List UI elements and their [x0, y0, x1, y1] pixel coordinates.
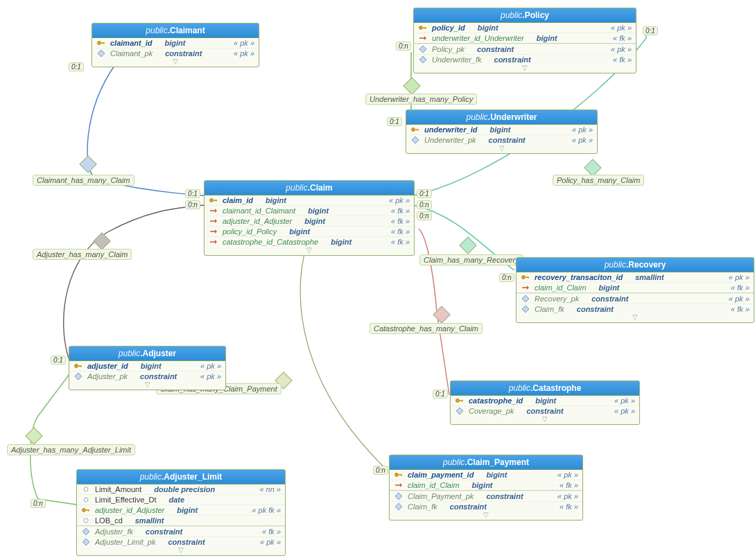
schema-label: public [286, 183, 307, 193]
svg-point-18 [456, 399, 460, 403]
column-attr: « pk » [609, 396, 635, 405]
column-name: Limit_Amount [95, 485, 141, 493]
entity-underwriter[interactable]: public.Underwriterunderwriter_idbigint« … [406, 110, 598, 154]
column-attr: « pk » [383, 196, 410, 204]
entity-claimant[interactable]: public.Claimantclaimant_idbigint« pk »Cl… [92, 23, 259, 67]
column-row[interactable]: recovery_transaciton_idsmallint« pk » [517, 272, 754, 282]
column-row[interactable]: Underwriter_pkconstraint« pk » [406, 134, 597, 145]
column-row[interactable]: adjuster_idbigint« pk » [69, 361, 225, 371]
cardinality: 0:1 [387, 117, 402, 126]
column-type: constraint [486, 55, 604, 64]
column-attr: « pk » [552, 492, 578, 500]
column-row[interactable]: Adjuster_Limit_pkconstraint« pk » [77, 536, 285, 547]
column-row[interactable]: Claim_Payment_pkconstraint« pk » [390, 491, 582, 501]
column-row[interactable]: claim_id_Claimbigint« fk » [390, 480, 582, 490]
entity-name: Catastrophe [532, 383, 581, 393]
column-row[interactable]: Adjuster_fkconstraint« fk » [77, 526, 285, 536]
column-row[interactable]: policy_idbigint« pk » [414, 23, 636, 33]
key-icon [410, 126, 420, 133]
schema-label: public [605, 260, 626, 270]
entity-claim[interactable]: public.Claimclaim_idbigint« pk »claimant… [204, 180, 415, 256]
svg-point-3 [419, 26, 423, 30]
column-type: bigint [478, 471, 548, 479]
cardinality: 0:n [417, 211, 432, 220]
entity-title: public.Adjuster [69, 347, 225, 361]
rel-diamond [403, 77, 420, 94]
svg-point-0 [98, 42, 101, 45]
column-attr: « pk » [605, 45, 632, 53]
fk-icon [521, 284, 530, 291]
entity-adjuster_limit[interactable]: public.Adjuster_LimitLimit_Amountdouble … [76, 469, 286, 556]
rel-label: Catastrophe_has_many_Claim [370, 323, 483, 334]
entity-name: Claim_Payment [467, 457, 529, 467]
entity-title: public.Claim_Payment [390, 455, 582, 470]
column-row[interactable]: adjuster_id_Adjusterbigint« pk fk » [77, 505, 285, 515]
entity-title: public.Catastrophe [451, 381, 639, 396]
schema-label: public [119, 349, 140, 358]
entity-title: public.Claim [205, 181, 414, 195]
chip-icon [455, 408, 465, 414]
entity-policy[interactable]: public.Policypolicy_idbigint« pk »underw… [413, 8, 636, 73]
column-name: Claim_fk [408, 502, 437, 511]
column-row[interactable]: LOB_cdsmallint [77, 515, 285, 525]
rel-diamond [25, 427, 42, 444]
column-attr: « fk » [385, 207, 410, 215]
column-attr: « fk » [607, 55, 632, 64]
resize-handle-icon: ▽ [205, 247, 414, 255]
column-row[interactable]: Claimant_pkconstraint« pk » [92, 48, 259, 58]
column-row[interactable]: Claim_fkconstraint« fk » [390, 501, 582, 511]
cardinality: 0:n [417, 200, 432, 209]
column-attr: « pk » [723, 273, 749, 281]
column-attr: « fk » [385, 227, 410, 236]
entity-title: public.Recovery [517, 258, 754, 272]
column-row[interactable]: underwriter_id_Underwriterbigint« fk » [414, 33, 636, 43]
rel-label: Policy_has_many_Claim [553, 175, 644, 186]
svg-rect-5 [425, 27, 426, 29]
column-row[interactable]: Claim_fkconstraint« fk » [517, 304, 754, 314]
resize-handle-icon: ▽ [414, 64, 636, 73]
column-row[interactable]: claimant_idbigint« pk » [92, 38, 259, 48]
chip-icon [394, 503, 403, 510]
column-name: claimant_id_Claimant [223, 207, 295, 215]
column-name: underwriter_id_Underwriter [432, 34, 524, 42]
entity-name: Adjuster [143, 349, 177, 358]
column-row[interactable]: Limit_Effective_Dtdate [77, 494, 285, 505]
column-name: LOB_cd [95, 516, 123, 525]
column-row[interactable]: Underwriter_fkconstraint« fk » [414, 54, 636, 64]
rel-label: Claimant_has_many_Claim [33, 175, 134, 186]
column-row[interactable]: Coverage_pkconstraint« pk » [451, 405, 639, 416]
column-attr: « fk » [385, 217, 410, 225]
entity-recovery[interactable]: public.Recoveryrecovery_transaciton_idsm… [516, 257, 754, 323]
column-row[interactable]: Adjuster_pkconstraint« pk » [69, 371, 225, 381]
column-row[interactable]: Policy_pkconstraint« pk » [414, 44, 636, 54]
key-icon [209, 197, 218, 204]
svg-rect-8 [417, 129, 419, 131]
column-row[interactable]: claimant_id_Claimantbigint« fk » [205, 205, 414, 216]
entity-name: Underwriter [490, 112, 537, 122]
column-row[interactable]: Limit_Amountdouble precision« nn » [77, 484, 285, 494]
column-type: bigint [257, 196, 379, 204]
column-row[interactable]: Recovery_pkconstraint« pk » [517, 293, 754, 304]
column-row[interactable]: catastrophe_id_Catastrophebigint« fk » [205, 236, 414, 247]
column-row[interactable]: catastrophe_idbigint« pk » [451, 396, 639, 405]
cardinality: 0:n [31, 499, 46, 508]
entity-catastrophe[interactable]: public.Catastrophecatastrophe_idbigint« … [450, 380, 640, 425]
svg-point-9 [210, 199, 214, 202]
column-row[interactable]: claim_id_Claimbigint« fk » [517, 282, 754, 292]
entity-adjuster[interactable]: public.Adjusteradjuster_idbigint« pk »Ad… [69, 346, 226, 390]
chip-icon [418, 46, 428, 53]
schema-label: public [501, 10, 522, 20]
column-attr: « pk » [228, 39, 254, 47]
fk-icon [209, 228, 218, 235]
column-row[interactable]: claim_payment_idbigint« pk » [390, 470, 582, 480]
column-type: constraint [583, 295, 719, 303]
column-attr: « pk » [195, 362, 221, 370]
column-row[interactable]: policy_id_Policybigint« fk » [205, 226, 414, 236]
column-row[interactable]: claim_idbigint« pk » [205, 195, 414, 205]
column-row[interactable]: underwriter_idbigint« pk » [406, 125, 597, 134]
column-type: date [160, 496, 271, 504]
key-icon [521, 274, 530, 281]
column-row[interactable]: adjuster_id_Adjusterbigint« fk » [205, 216, 414, 226]
entity-claim_payment[interactable]: public.Claim_Paymentclaim_payment_idbigi… [389, 455, 583, 520]
column-type: smallint [127, 516, 271, 525]
